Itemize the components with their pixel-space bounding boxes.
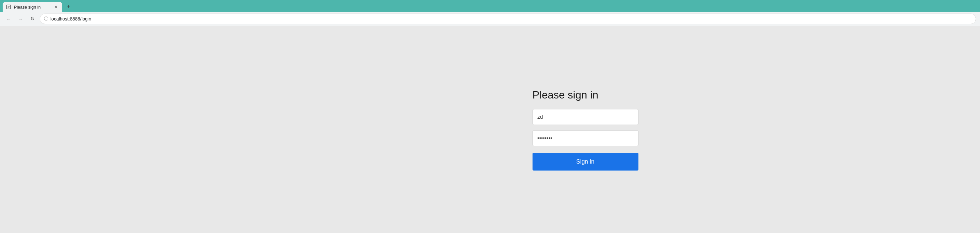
browser-chrome: Please sign in ✕ + ← → ↻ ⓘ localhost:888…	[0, 0, 980, 26]
username-input[interactable]	[533, 109, 638, 125]
back-button[interactable]: ←	[4, 14, 13, 24]
forward-button[interactable]: →	[16, 14, 25, 24]
page-heading: Please sign in	[533, 89, 598, 101]
tab-bar: Please sign in ✕ +	[0, 0, 980, 12]
tab-close-button[interactable]: ✕	[53, 4, 59, 10]
url-bar[interactable]: ⓘ localhost:8888/login	[40, 14, 976, 24]
new-tab-button[interactable]: +	[64, 2, 73, 12]
address-bar: ← → ↻ ⓘ localhost:8888/login	[0, 12, 980, 26]
password-input[interactable]	[533, 130, 638, 146]
sign-in-button[interactable]: Sign in	[533, 153, 638, 171]
svg-rect-0	[6, 5, 11, 9]
login-form: Please sign in Sign in	[533, 89, 638, 171]
reload-button[interactable]: ↻	[28, 14, 37, 24]
tab-title: Please sign in	[14, 5, 50, 10]
url-text: localhost:8888/login	[50, 16, 91, 22]
tab-page-icon	[6, 4, 11, 10]
page-content: Please sign in Sign in	[0, 26, 980, 233]
active-tab[interactable]: Please sign in ✕	[3, 2, 62, 12]
info-icon: ⓘ	[44, 16, 48, 22]
